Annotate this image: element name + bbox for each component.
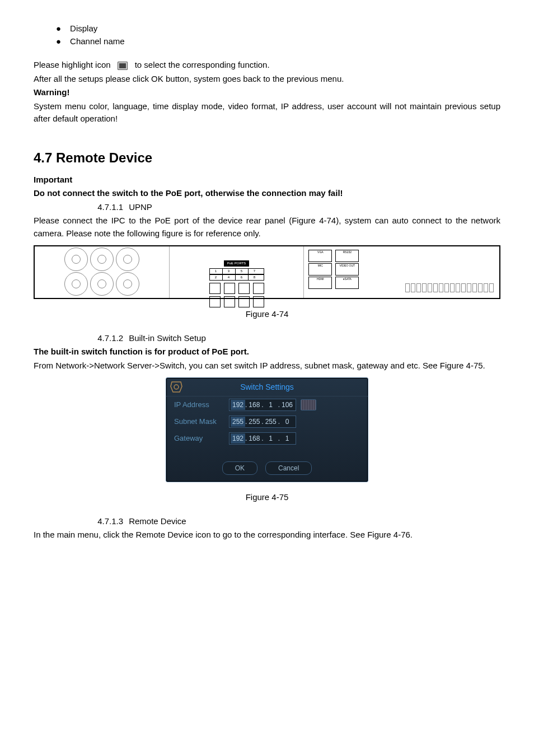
figure-caption: Figure 4-75: [34, 491, 500, 504]
panel-left: [35, 246, 170, 298]
ip-octet[interactable]: 1: [264, 433, 278, 444]
poe-num: 5: [236, 269, 249, 274]
switch-settings-dialog: Switch Settings IP Address 192. 168. 1. …: [166, 377, 368, 482]
important-heading: Important: [34, 174, 500, 186]
ip-octet[interactable]: 255: [231, 417, 245, 427]
ip-octet[interactable]: 255: [247, 417, 261, 427]
poe-num: 2: [210, 275, 223, 280]
ip-octet[interactable]: 106: [280, 400, 294, 410]
conn-video-out: VIDEO OUT: [335, 263, 359, 276]
poe-num: 3: [223, 269, 236, 274]
panel-mid: PoE PORTS 1 3 5 7 2 4 6 8: [170, 246, 305, 298]
subsection-line: 4.7.1.2 Built-in Switch Setup: [34, 332, 500, 345]
bullet-list: Display Channel name: [34, 22, 500, 48]
paragraph: System menu color, language, time displa…: [34, 100, 500, 125]
poe-num: 8: [249, 275, 261, 280]
conn-vga: VGA: [308, 250, 332, 262]
poe-num: 7: [249, 269, 261, 274]
conn-hdmi: HDMI: [308, 277, 332, 289]
conn-esata: eSATA: [335, 277, 359, 289]
form-row-subnet: Subnet Mask 255. 255. 255. 0: [166, 413, 368, 430]
paragraph: From Network->Network Server->Switch, yo…: [34, 360, 500, 372]
text: Please highlight icon: [34, 60, 111, 69]
paragraph: Please highlight icon to select the corr…: [34, 59, 500, 72]
dialog-title: Switch Settings: [183, 381, 351, 393]
subsection-number: 4.7.1.1: [34, 201, 123, 214]
ip-octet[interactable]: 168: [247, 433, 261, 444]
label-gateway: Gateway: [174, 433, 229, 444]
form-row-gateway: Gateway 192. 168. 1. 1: [166, 430, 368, 447]
bullet-item: Channel name: [56, 35, 500, 48]
gateway-input[interactable]: 192. 168. 1. 1: [229, 432, 296, 445]
paragraph: Please connect the IPC to the PoE port o…: [34, 214, 500, 240]
warning-heading: Warning!: [34, 86, 500, 99]
poe-num: 4: [223, 275, 236, 280]
conn-rs232: RS232: [335, 250, 359, 262]
important-text: Do not connect the switch to the PoE por…: [34, 187, 500, 200]
ip-address-input[interactable]: 192. 168. 1. 106: [229, 399, 296, 411]
paragraph: The built-in switch function is for prod…: [34, 346, 500, 358]
poe-num: 6: [236, 275, 249, 280]
dialog-button-row: OK Cancel: [166, 461, 368, 475]
ip-octet[interactable]: 168: [247, 400, 261, 410]
text: to select the corresponding function.: [135, 60, 270, 69]
paragraph: After all the setups please click OK but…: [34, 73, 500, 86]
figure-caption: Figure 4-74: [34, 308, 500, 321]
subsection-title: Built-in Switch Setup: [129, 333, 206, 343]
ip-octet[interactable]: 255: [264, 417, 278, 427]
poe-num: 1: [210, 269, 223, 274]
ip-octet[interactable]: 1: [280, 433, 294, 444]
poe-label: PoE PORTS: [224, 260, 250, 267]
svg-point-0: [174, 385, 179, 389]
ip-octet[interactable]: 192: [231, 400, 245, 410]
bullet-item: Display: [56, 22, 500, 35]
subsection-number: 4.7.1.2: [34, 332, 123, 345]
label-ip-address: IP Address: [174, 399, 229, 410]
ip-octet[interactable]: 1: [264, 400, 278, 410]
conn-mic: MIC: [308, 263, 332, 276]
subsection-line: 4.7.1.3 Remote Device: [34, 515, 500, 528]
dialog-titlebar: Switch Settings: [166, 378, 368, 396]
ok-button[interactable]: OK: [222, 461, 257, 475]
subsection-title: UPNP: [129, 202, 152, 212]
label-subnet-mask: Subnet Mask: [174, 416, 229, 427]
form-row-ip: IP Address 192. 168. 1. 106: [166, 396, 368, 413]
checkbox-icon: [118, 62, 128, 70]
subnet-mask-input[interactable]: 255. 255. 255. 0: [229, 416, 296, 428]
ip-octet[interactable]: 192: [231, 433, 245, 444]
section-heading: 4.7 Remote Device: [34, 148, 500, 168]
cancel-button[interactable]: Cancel: [265, 461, 312, 475]
ip-octet[interactable]: 0: [280, 417, 294, 427]
subsection-number: 4.7.1.3: [34, 515, 123, 528]
paragraph: In the main menu, click the Remote Devic…: [34, 529, 500, 542]
subsection-line: 4.7.1.1 UPNP: [34, 201, 500, 214]
rear-panel-figure: PoE PORTS 1 3 5 7 2 4 6 8 VGA: [34, 245, 500, 299]
keyboard-icon[interactable]: [301, 399, 316, 410]
panel-right: VGA MIC HDMI RS232 VIDEO OUT eSATA: [304, 246, 499, 298]
subsection-title: Remote Device: [129, 516, 186, 526]
dialog-logo-icon: [170, 381, 183, 393]
